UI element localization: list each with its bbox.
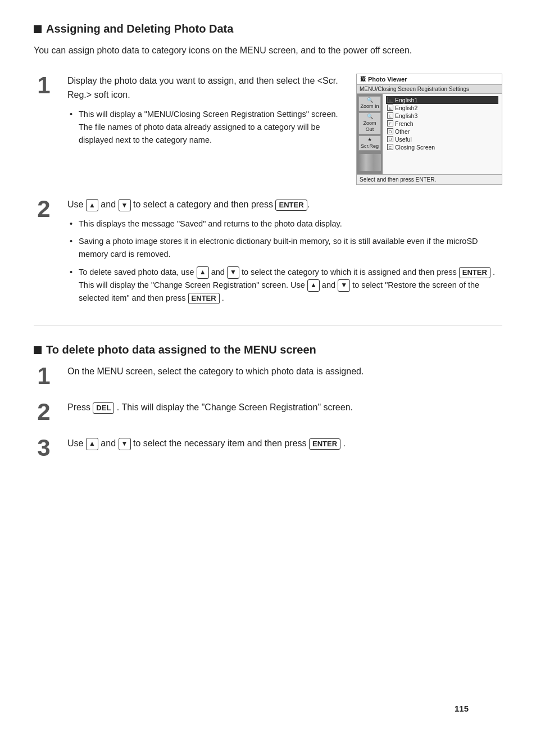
photo-viewer-icon: 🖼: [360, 76, 366, 82]
section-marker-icon: [34, 25, 42, 33]
list-item-french: F French: [386, 120, 498, 128]
step2-and-label: and: [101, 200, 116, 209]
step1-main-text: Display the photo data you want to assig…: [67, 74, 345, 102]
item-icon: E: [387, 97, 393, 103]
intro-text: You can assign photo data to category ic…: [34, 43, 494, 58]
section2-step1-number: 1: [34, 364, 54, 388]
step-2-number: 2: [34, 197, 54, 221]
scr-reg-btn: ★Scr.Reg: [358, 135, 381, 151]
item-icon: E: [387, 112, 393, 119]
step2-main-text: Use ▲ and ▼ to select a category and the…: [67, 197, 502, 212]
step2-use-label: Use: [67, 200, 83, 209]
up-arrow-key-3: ▲: [307, 279, 320, 292]
screenshot: 🖼 Photo Viewer MENU/Closing Screen Regis…: [356, 74, 502, 185]
section2-step3-text: Use ▲ and ▼ to select the necessary item…: [67, 436, 502, 451]
section2-step1-text: On the MENU screen, select the category …: [67, 364, 502, 379]
item-icon: O: [387, 128, 393, 134]
screenshot-menu-path: MENU/Closing Screen Registration Setting…: [357, 85, 502, 94]
zoom-in-btn: 🔍Zoom In: [358, 96, 381, 111]
step1-bullet1: This will display a "MENU/Closing Screen…: [70, 108, 345, 147]
section-divider: [34, 325, 502, 325]
down-arrow-key-2: ▼: [227, 266, 239, 279]
item-icon: U: [387, 136, 393, 142]
item-icon: F: [387, 120, 393, 126]
item-icon: C: [387, 144, 393, 150]
list-item-closing: C Closing Screen: [386, 143, 498, 151]
enter-key: ENTER: [275, 200, 307, 211]
section2-step-1: 1 On the MENU screen, select the categor…: [34, 364, 502, 388]
section2-step1-content: On the MENU screen, select the category …: [67, 364, 502, 384]
list-item-useful: U Useful: [386, 135, 498, 143]
up-arrow-key-4: ▲: [86, 438, 98, 450]
page-number: 115: [455, 704, 469, 713]
screenshot-body: 🔍Zoom In 🔍Zoom Out ★Scr.Reg E English1: [357, 94, 502, 175]
section2-title: To delete photo data assigned to the MEN…: [34, 343, 502, 356]
section2-step3-content: Use ▲ and ▼ to select the necessary item…: [67, 436, 502, 456]
down-arrow-key-4: ▼: [119, 438, 131, 450]
section2-step3-number: 3: [34, 436, 54, 460]
down-arrow-key: ▼: [119, 199, 131, 211]
step-1: 1 Display the photo data you want to ass…: [34, 74, 502, 185]
up-arrow-key-2: ▲: [197, 266, 209, 279]
step2-suffix: to select a category and then press: [133, 200, 273, 209]
section2-step2-number: 2: [34, 400, 54, 424]
screenshot-title: Photo Viewer: [368, 76, 407, 83]
screenshot-footer: Select and then press ENTER.: [357, 174, 502, 184]
list-item-english2: E English2: [386, 104, 498, 112]
list-item-english1: E English1: [386, 96, 498, 104]
list-item-other: O Other: [386, 128, 498, 135]
screenshot-sidebar: 🔍Zoom In 🔍Zoom Out ★Scr.Reg: [357, 94, 383, 175]
section1-title: Assigning and Deleting Photo Data: [34, 22, 502, 35]
item-icon: E: [387, 105, 393, 111]
step2-bullet2: Saving a photo image stores it in electr…: [70, 235, 502, 261]
enter-key-2: ENTER: [459, 267, 490, 278]
screenshot-list: E English1 E English2 E English3: [383, 94, 502, 175]
step2-bullet3: To delete saved photo data, use ▲ and ▼ …: [70, 266, 502, 305]
list-item-english3: E English3: [386, 112, 498, 120]
del-key: DEL: [93, 402, 114, 414]
section2-step2-content: Press DEL . This will display the "Chang…: [67, 400, 502, 420]
section2-step-3: 3 Use ▲ and ▼ to select the necessary it…: [34, 436, 502, 460]
image-strip: [358, 154, 381, 171]
step-1-content: Display the photo data you want to assig…: [67, 74, 502, 185]
section2-step2-text: Press DEL . This will display the "Chang…: [67, 400, 502, 415]
step2-bullet1: This displays the message "Saved" and re…: [70, 218, 502, 230]
zoom-out-btn: 🔍Zoom Out: [358, 112, 381, 134]
step-2-content: Use ▲ and ▼ to select a category and the…: [67, 197, 502, 309]
section2-marker-icon: [34, 346, 42, 354]
screenshot-titlebar: 🖼 Photo Viewer: [357, 74, 502, 85]
enter-key-3: ENTER: [188, 293, 220, 304]
section2-step-2: 2 Press DEL . This will display the "Cha…: [34, 400, 502, 424]
enter-key-4: ENTER: [309, 438, 340, 450]
down-arrow-key-3: ▼: [338, 279, 350, 292]
step-2: 2 Use ▲ and ▼ to select a category and t…: [34, 197, 502, 309]
up-arrow-key: ▲: [86, 199, 98, 211]
step-1-number: 1: [34, 74, 54, 97]
